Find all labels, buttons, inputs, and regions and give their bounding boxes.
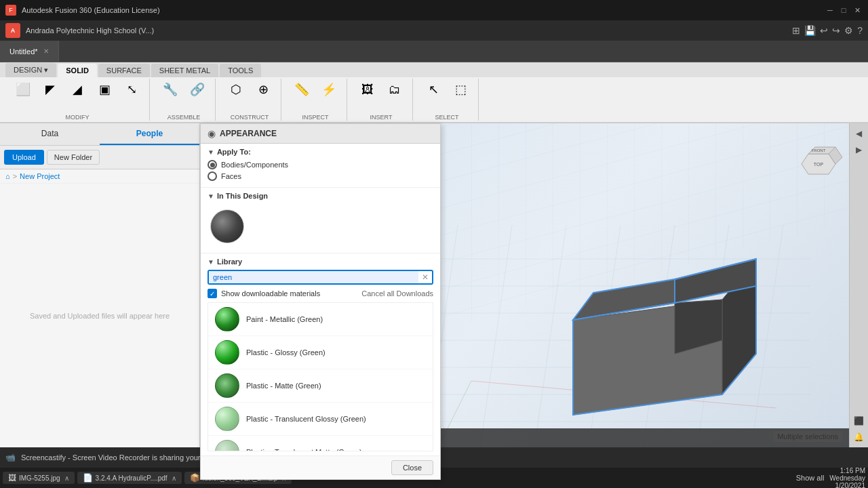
inspect-measure-btn[interactable]: 📏 bbox=[290, 79, 314, 100]
ribbon-tab-sheetmetal[interactable]: SHEET METAL bbox=[151, 64, 218, 77]
materials-list[interactable]: Paint - Metallic (Green) Plastic - Gloss… bbox=[208, 302, 433, 451]
search-clear-icon[interactable]: ✕ bbox=[418, 271, 432, 283]
breadcrumb-project[interactable]: New Project bbox=[20, 172, 60, 180]
close-button[interactable]: ✕ bbox=[852, 5, 863, 16]
app-logo: A bbox=[5, 23, 20, 38]
faces-label: Faces bbox=[221, 172, 241, 180]
material-name-1: Plastic - Glossy (Green) bbox=[246, 348, 326, 357]
right-sidebar: ◀ ▶ ⬛ 🔔 bbox=[849, 123, 868, 447]
in-this-design-title: In This Design bbox=[217, 192, 268, 200]
left-panel-actions: Upload New Folder bbox=[0, 146, 199, 169]
app-toolbar: A Andrada Polytechnic High School (V...)… bbox=[0, 20, 868, 41]
sidebar-expand-btn[interactable]: ◀ bbox=[852, 126, 867, 141]
taskbar-label-1: 3.2.4.A HydraulicP....pdf bbox=[96, 474, 167, 482]
faces-radio[interactable] bbox=[208, 171, 217, 181]
question-icon[interactable]: ? bbox=[857, 25, 863, 36]
breadcrumb-home[interactable]: ⌂ bbox=[5, 172, 10, 180]
material-row-2[interactable]: Plastic - Matte (Green) bbox=[208, 369, 433, 403]
grid-icon[interactable]: ⊞ bbox=[792, 25, 800, 36]
appearance-panel: ◉ APPEARANCE ▼ Apply To: Bodies/Componen… bbox=[200, 123, 441, 480]
ribbon-content: ⬜ ◤ ◢ ▣ ⤡ MODIFY bbox=[0, 77, 868, 122]
show-downloadable-checkbox[interactable]: ✓ bbox=[208, 289, 217, 298]
window-title: Autodesk Fusion 360 (Education License) bbox=[22, 6, 160, 14]
redo-icon[interactable]: ↪ bbox=[832, 25, 840, 36]
material-row-0[interactable]: Paint - Metallic (Green) bbox=[208, 303, 433, 336]
panel-title: APPEARANCE bbox=[220, 129, 433, 138]
modify-press-pull-btn[interactable]: ⬜ bbox=[11, 79, 35, 100]
sphere-1 bbox=[215, 340, 239, 365]
modify-shell-btn[interactable]: ▣ bbox=[92, 79, 117, 100]
ribbon-tab-design[interactable]: DESIGN ▾ bbox=[5, 63, 56, 77]
construct-axis-btn[interactable]: ⊕ bbox=[251, 79, 275, 100]
bodies-label: Bodies/Components bbox=[221, 161, 288, 169]
faces-radio-row: Faces bbox=[208, 171, 433, 181]
tab-people[interactable]: People bbox=[100, 123, 199, 145]
swatch-1 bbox=[214, 339, 241, 366]
modify-group-label: MODIFY bbox=[66, 114, 90, 121]
apply-to-title: Apply To: bbox=[217, 148, 251, 156]
taskbar-right: Show all 1:16 PM Wednesday 1/20/2021 bbox=[796, 467, 865, 489]
inspect-group-label: INSPECT bbox=[302, 114, 328, 121]
taskbar-icon-1: 📄 bbox=[83, 473, 93, 483]
new-folder-button[interactable]: New Folder bbox=[47, 150, 100, 165]
in-this-design-header[interactable]: ▼ In This Design bbox=[208, 192, 433, 200]
sidebar-collapse-btn[interactable]: ▶ bbox=[852, 142, 867, 157]
inspect-interference-btn[interactable]: ⚡ bbox=[317, 79, 341, 100]
ribbon-tab-surface[interactable]: SURFACE bbox=[98, 64, 150, 77]
taskbar-item-0[interactable]: 🖼 IMG-5255.jpg ∧ bbox=[3, 472, 75, 484]
save-icon[interactable]: 💾 bbox=[804, 25, 816, 36]
minimize-button[interactable]: ─ bbox=[825, 5, 835, 16]
taskbar-item-1[interactable]: 📄 3.2.4.A HydraulicP....pdf ∧ bbox=[77, 472, 182, 484]
material-name-2: Plastic - Matte (Green) bbox=[246, 382, 321, 390]
show-all-btn[interactable]: Show all bbox=[796, 474, 825, 482]
cancel-downloads-btn[interactable]: Cancel all Downloads bbox=[361, 289, 433, 298]
ribbon-tab-tools[interactable]: TOOLS bbox=[220, 64, 261, 77]
insert-decal-btn[interactable]: 🖼 bbox=[355, 79, 380, 100]
maximize-button[interactable]: □ bbox=[838, 5, 849, 16]
select-btn[interactable]: ↖ bbox=[421, 79, 446, 100]
material-row-3[interactable]: Plastic - Translucent Glossy (Green) bbox=[208, 403, 433, 436]
select-group-label: SELECT bbox=[435, 114, 458, 121]
library-header[interactable]: ▼ Library bbox=[208, 258, 433, 266]
taskbar-close-1[interactable]: ∧ bbox=[172, 474, 176, 482]
clock-time: 1:16 PM bbox=[840, 467, 865, 474]
assemble-new-component-btn[interactable]: 🔧 bbox=[158, 79, 182, 100]
material-row-4[interactable]: Plastic - Translucent Matte (Green) bbox=[208, 436, 433, 451]
modify-fillet-btn[interactable]: ◤ bbox=[38, 79, 62, 100]
undo-icon[interactable]: ↩ bbox=[820, 25, 828, 36]
modify-scale-btn[interactable]: ⤡ bbox=[119, 79, 144, 100]
settings-icon[interactable]: ⚙ bbox=[844, 25, 853, 36]
construct-plane-btn[interactable]: ⬡ bbox=[224, 79, 248, 100]
tab-data[interactable]: Data bbox=[0, 123, 100, 145]
library-section: ▼ Library ✕ ✓ Show downloadable material… bbox=[201, 253, 440, 455]
sidebar-icon-1[interactable]: ⬛ bbox=[852, 413, 867, 428]
material-row-1[interactable]: Plastic - Glossy (Green) bbox=[208, 336, 433, 369]
search-input[interactable] bbox=[209, 271, 418, 283]
library-arrow-icon: ▼ bbox=[208, 258, 214, 266]
assemble-joint-btn[interactable]: 🔗 bbox=[185, 79, 210, 100]
taskbar-label-0: IMG-5255.jpg bbox=[19, 474, 60, 482]
ribbon-tab-solid[interactable]: SOLID bbox=[58, 64, 97, 77]
taskbar-close-0[interactable]: ∧ bbox=[64, 474, 69, 482]
sphere-2 bbox=[215, 373, 239, 398]
select-box-btn[interactable]: ⬚ bbox=[448, 79, 473, 100]
taskbar-icon-2: 📦 bbox=[190, 473, 200, 483]
sidebar-icon-2[interactable]: 🔔 bbox=[852, 430, 867, 445]
bodies-radio[interactable] bbox=[208, 160, 217, 169]
show-downloadable-row: ✓ Show downloadable materials Cancel all… bbox=[208, 289, 433, 298]
material-name-0: Paint - Metallic (Green) bbox=[246, 315, 323, 323]
tab-close-icon[interactable]: ✕ bbox=[43, 47, 49, 55]
close-button[interactable]: Close bbox=[391, 460, 433, 475]
untitled-tab[interactable]: Untitled* ✕ bbox=[0, 41, 59, 62]
select-group: ↖ ⬚ SELECT bbox=[416, 79, 479, 121]
screencast-icon: 📹 bbox=[5, 453, 16, 462]
inspect-group: 📏 ⚡ INSPECT bbox=[284, 79, 347, 121]
apply-to-header[interactable]: ▼ Apply To: bbox=[208, 148, 433, 156]
insert-group-label: INSERT bbox=[370, 114, 393, 121]
bodies-radio-row: Bodies/Components bbox=[208, 160, 433, 169]
current-material-swatch[interactable] bbox=[210, 209, 244, 243]
upload-button[interactable]: Upload bbox=[4, 150, 44, 165]
navigation-cube[interactable]: TOP FRONT bbox=[795, 137, 835, 178]
insert-canvas-btn[interactable]: 🗂 bbox=[382, 79, 407, 100]
modify-chamfer-btn[interactable]: ◢ bbox=[65, 79, 90, 100]
